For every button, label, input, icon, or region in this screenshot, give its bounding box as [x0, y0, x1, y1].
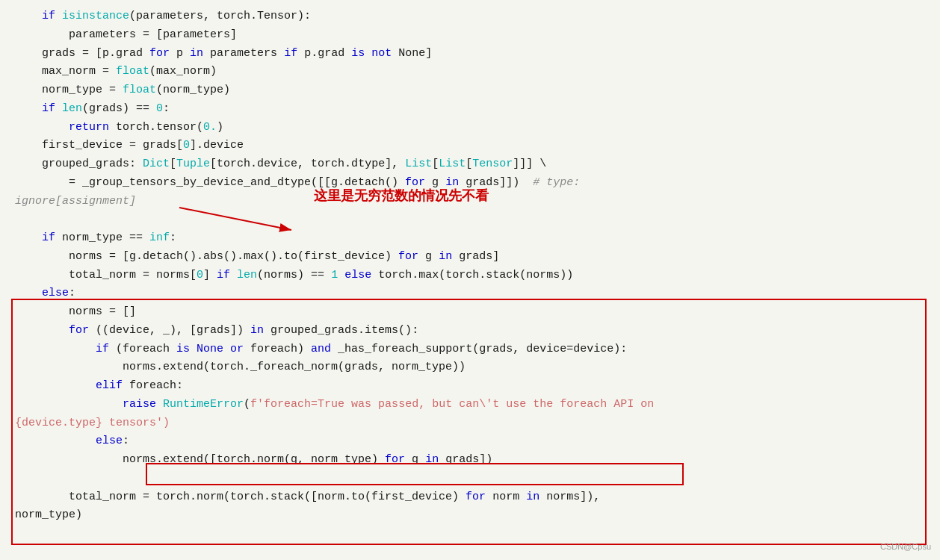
code-line: norms = []: [0, 303, 940, 322]
watermark: CSDN@Cpsu: [880, 541, 931, 554]
code-line: if norm_type == inf:: [0, 229, 940, 248]
code-line: grouped_grads: Dict[Tuple[torch.device, …: [0, 155, 940, 174]
code-line: [0, 470, 940, 488]
code-line: max_norm = float(max_norm): [0, 63, 940, 81]
code-line: {device.type} tensors'): [0, 414, 940, 433]
code-line: if isinstance(parameters, torch.Tensor):: [0, 7, 940, 26]
code-line: norms = [g.detach().abs().max().to(first…: [0, 248, 940, 267]
code-line: if len(grads) == 0:: [0, 100, 940, 119]
code-line: [0, 211, 940, 229]
code-line: norms.extend(torch._foreach_norm(grads, …: [0, 358, 940, 377]
code-line: norm_type): [0, 506, 940, 525]
code-line: parameters = [parameters]: [0, 26, 940, 45]
code-line: grads = [p.grad for p in parameters if p…: [0, 45, 940, 63]
code-line: for ((device, _), [grads]) in grouped_gr…: [0, 322, 940, 340]
code-block: if isinstance(parameters, torch.Tensor):…: [0, 7, 940, 525]
code-line: total_norm = torch.norm(torch.stack([nor…: [0, 488, 940, 507]
code-line: else:: [0, 432, 940, 451]
annotation-arrow: [172, 193, 321, 237]
code-container: if isinstance(parameters, torch.Tensor):…: [0, 0, 940, 560]
code-line: norm_type = float(norm_type): [0, 81, 940, 100]
annotation-text: 这里是无穷范数的情况先不看: [314, 185, 489, 207]
code-line: if (foreach is None or foreach) and _has…: [0, 340, 940, 359]
code-line: else:: [0, 284, 940, 303]
code-line: first_device = grads[0].device: [0, 137, 940, 155]
code-line: elif foreach:: [0, 377, 940, 396]
code-line: return torch.tensor(0.): [0, 119, 940, 137]
code-line: norms.extend([torch.norm(g, norm_type) f…: [0, 451, 940, 470]
svg-line-1: [179, 208, 291, 230]
code-line: total_norm = norms[0] if len(norms) == 1…: [0, 267, 940, 285]
code-line: raise RuntimeError(f'foreach=True was pa…: [0, 396, 940, 414]
